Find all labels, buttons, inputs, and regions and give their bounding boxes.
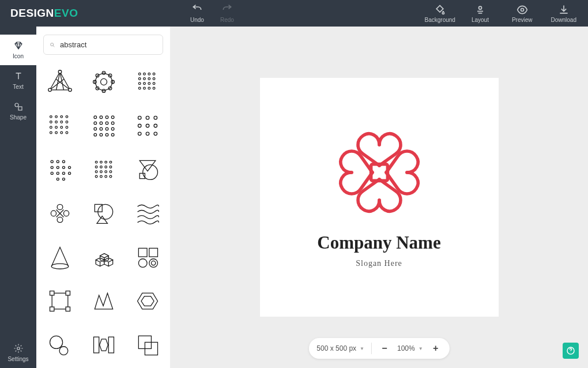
svg-point-58	[100, 122, 103, 125]
icon-item[interactable]	[131, 65, 163, 99]
rail-shape-tab[interactable]: Shape	[0, 96, 36, 126]
slogan-text[interactable]: Slogan Here	[356, 259, 402, 268]
icon-item[interactable]	[43, 328, 77, 360]
svg-point-7	[51, 43, 54, 46]
svg-point-6	[17, 347, 20, 350]
svg-point-39	[61, 116, 63, 118]
svg-point-114	[138, 259, 147, 268]
icon-item[interactable]	[87, 284, 120, 318]
svg-point-22	[144, 73, 146, 75]
svg-point-12	[100, 79, 107, 85]
icon-item[interactable]	[87, 153, 120, 186]
svg-point-101	[105, 171, 107, 173]
search-input[interactable]	[60, 40, 157, 49]
svg-rect-125	[108, 337, 114, 353]
svg-point-48	[66, 126, 68, 129]
svg-point-36	[153, 87, 155, 89]
svg-point-37	[50, 116, 52, 118]
svg-point-54	[100, 116, 103, 119]
icon-item[interactable]	[43, 241, 77, 274]
icon-item[interactable]	[87, 241, 120, 274]
icon-item[interactable]	[43, 284, 77, 318]
redo-button[interactable]: Redo	[220, 4, 234, 23]
svg-point-38	[55, 116, 58, 118]
icon-item[interactable]	[87, 109, 120, 142]
svg-point-65	[94, 133, 97, 136]
left-rail: Icon Text Shape Settings	[0, 27, 36, 368]
svg-point-3	[521, 8, 523, 11]
zoom-in-button[interactable]: +	[430, 343, 442, 354]
svg-point-78	[51, 160, 53, 163]
svg-point-104	[100, 175, 103, 178]
canvas-area[interactable]: Company Name Slogan Here 500 x 500 px ▼ …	[170, 27, 588, 368]
icon-item[interactable]	[87, 65, 120, 99]
help-button[interactable]	[563, 343, 579, 359]
icon-item[interactable]	[87, 328, 120, 360]
zoom-out-button[interactable]: −	[379, 343, 390, 354]
svg-rect-120	[50, 307, 54, 311]
icon-item[interactable]	[43, 197, 77, 230]
svg-point-85	[51, 172, 53, 175]
rail-text-tab[interactable]: Text	[0, 65, 36, 96]
svg-point-94	[110, 161, 112, 163]
icon-item[interactable]	[43, 109, 77, 142]
svg-point-10	[48, 88, 52, 92]
search-input-wrapper[interactable]	[43, 35, 163, 55]
svg-point-40	[66, 116, 68, 118]
icon-item[interactable]	[131, 284, 163, 318]
icon-item[interactable]	[131, 197, 163, 230]
brand-part1: DESIGN	[10, 7, 54, 19]
icon-item[interactable]	[43, 65, 77, 99]
caret-down-icon: ▼	[360, 346, 364, 351]
svg-point-115	[149, 259, 158, 268]
svg-point-47	[61, 126, 63, 129]
download-icon	[558, 4, 570, 16]
layout-button[interactable]: Layout	[472, 4, 489, 23]
svg-point-73	[146, 124, 149, 127]
svg-point-102	[110, 171, 112, 173]
svg-point-98	[110, 166, 112, 168]
svg-point-50	[55, 132, 58, 134]
svg-point-61	[94, 127, 97, 130]
layout-icon	[474, 4, 486, 16]
redo-icon	[221, 4, 233, 16]
logo-canvas[interactable]: Company Name Slogan Here	[260, 78, 499, 317]
download-button[interactable]: Download	[551, 4, 576, 23]
svg-rect-119	[66, 291, 70, 295]
undo-button[interactable]: Undo	[190, 4, 204, 23]
icon-item[interactable]	[43, 153, 77, 186]
icon-item[interactable]	[131, 241, 163, 274]
icon-item[interactable]	[131, 328, 163, 360]
rail-icon-tab[interactable]: Icon	[0, 35, 36, 65]
svg-point-71	[154, 117, 157, 120]
svg-point-69	[138, 117, 141, 120]
icon-item[interactable]	[87, 197, 120, 230]
logo-mark[interactable]	[333, 126, 425, 221]
background-button[interactable]: Background	[425, 4, 455, 23]
svg-point-60	[111, 122, 114, 125]
svg-point-74	[154, 124, 157, 127]
zoom-bar: 500 x 500 px ▼ − 100% ▼ +	[308, 338, 449, 359]
undo-icon	[191, 4, 203, 16]
rail-settings-tab[interactable]: Settings	[0, 337, 36, 368]
preview-button[interactable]: Preview	[512, 4, 533, 23]
svg-point-67	[105, 133, 108, 136]
svg-point-86	[56, 172, 59, 175]
svg-point-83	[62, 166, 65, 168]
icon-item[interactable]	[131, 109, 163, 142]
svg-point-90	[62, 178, 65, 181]
brand-part2: EVO	[54, 7, 78, 19]
zoom-percent-dropdown[interactable]: 100% ▼	[397, 344, 423, 352]
svg-point-43	[61, 121, 63, 123]
svg-rect-118	[50, 291, 54, 295]
icon-item[interactable]	[131, 153, 163, 186]
svg-point-30	[144, 82, 146, 85]
top-toolbar: DESIGNEVO Undo Redo Background Layout Pr…	[0, 0, 588, 27]
company-name-text[interactable]: Company Name	[317, 232, 440, 253]
canvas-dimensions-dropdown[interactable]: 500 x 500 px ▼	[316, 344, 364, 352]
svg-point-123	[59, 347, 68, 355]
svg-point-29	[138, 82, 141, 85]
svg-point-80	[62, 160, 65, 163]
svg-point-103	[95, 175, 97, 178]
icon-grid[interactable]	[43, 65, 163, 360]
